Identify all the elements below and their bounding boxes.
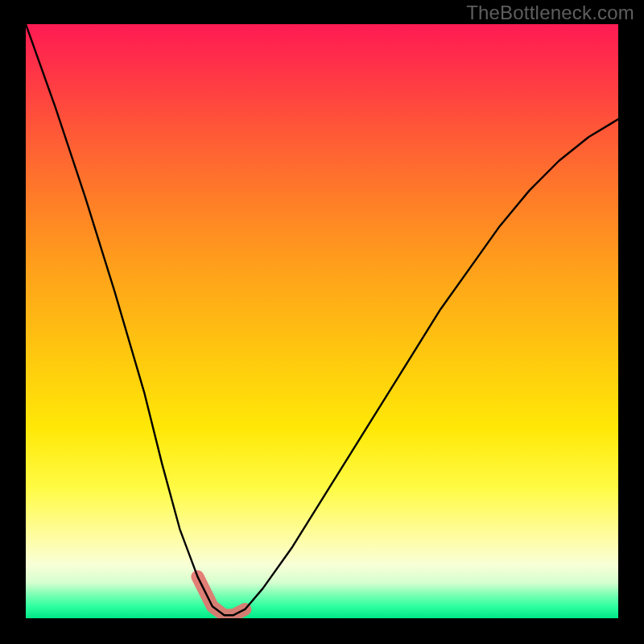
attribution-text: TheBottleneck.com bbox=[466, 2, 634, 24]
bottleneck-curve bbox=[26, 24, 618, 615]
curve-overlay bbox=[26, 24, 618, 618]
optimal-range-highlight bbox=[197, 576, 245, 615]
chart-stage: TheBottleneck.com bbox=[0, 0, 644, 644]
plot-area bbox=[26, 24, 618, 618]
